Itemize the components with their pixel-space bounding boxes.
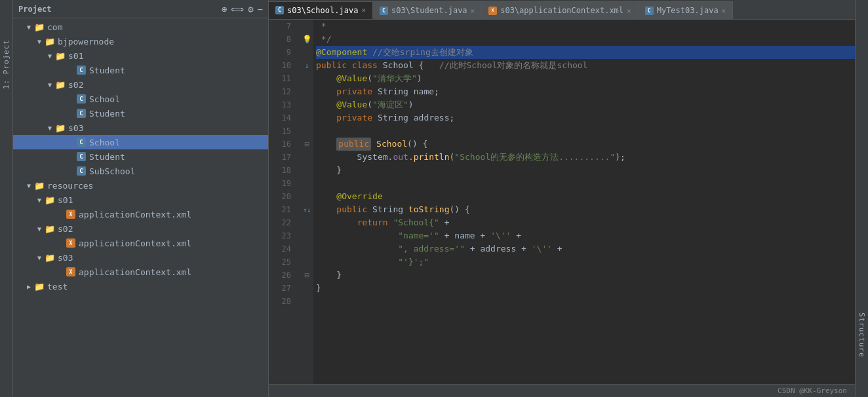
code-text [316, 255, 398, 269]
code-line-7: * [316, 20, 855, 33]
code-text [316, 295, 321, 308]
gutter-26[interactable]: ⊟ [300, 269, 313, 282]
tree-item-s03-school[interactable]: C School [13, 135, 268, 149]
tree-item-test[interactable]: ▶ 📁 test [13, 279, 268, 293]
code-editor: 7 8 9 10 11 12 13 14 15 16 17 18 19 20 2… [269, 20, 855, 384]
tab-close-icon[interactable]: ✕ [627, 7, 631, 15]
tree-item-s02-student[interactable]: C Student [13, 106, 268, 121]
tab-appctx-xml[interactable]: X s03\applicationContext.xml ✕ [482, 1, 638, 19]
line-num-22: 22 [269, 216, 295, 229]
structure-tab[interactable]: Structure [855, 0, 868, 397]
code-line-9: @Component //交给srping去创建对象 [316, 46, 855, 59]
gutter-16[interactable]: ⊟ [300, 138, 313, 151]
code-method: toString [408, 203, 450, 216]
gutter-14 [300, 111, 313, 124]
tab-close-icon[interactable]: ✕ [471, 7, 475, 15]
code-line-23: "name='" + name + '\'' + [316, 229, 855, 242]
gutter: 💡 ↓ ⊟ ↑↓ ⊟ [300, 20, 313, 384]
tab-student-java[interactable]: C s03\Student.java ✕ [373, 1, 482, 19]
code-line-10: public class School { //此时School对象的名称就是s… [316, 59, 855, 72]
line-num-27: 27 [269, 282, 295, 295]
code-text [371, 138, 376, 151]
tree-label: resources [47, 181, 93, 191]
tree-item-res-s01-app[interactable]: X applicationContext.xml [13, 207, 268, 221]
code-line-21: public String toString () { [316, 203, 855, 216]
gutter-21[interactable]: ↑↓ [300, 203, 313, 216]
tree-item-res-s03[interactable]: ▼ 📁 s03 [13, 250, 268, 265]
tree-item-s03-subschool[interactable]: C SubSchool [13, 164, 268, 178]
settings-icon[interactable]: ⚙ [248, 4, 253, 14]
code-field: out [393, 151, 408, 164]
java-tab-icon: C [380, 7, 388, 15]
code-text [316, 216, 357, 229]
code-text: + [439, 216, 450, 229]
arrow-icon: ▼ [45, 124, 55, 132]
sidebar-title: Project [18, 5, 52, 14]
code-line-15 [316, 124, 855, 138]
code-line-12: private String name; [316, 85, 855, 98]
tab-close-icon[interactable]: ✕ [361, 6, 366, 14]
tab-school-java[interactable]: C s03\School.java ✕ [269, 1, 373, 19]
code-text: School { [378, 59, 439, 72]
folder-icon: 📁 [45, 223, 55, 234]
tree-item-s01[interactable]: ▼ 📁 s01 [13, 48, 268, 63]
code-text: String address; [372, 111, 454, 124]
code-string: '\'' [490, 229, 511, 242]
code-text: ( [367, 72, 372, 85]
tree-item-res-s02[interactable]: ▼ 📁 s02 [13, 221, 268, 236]
tree-item-com[interactable]: ▼ 📁 com [13, 20, 268, 34]
code-text: ) [408, 98, 414, 111]
sidebar-toolbar: ⊕ ⟺ ⚙ − [222, 4, 263, 14]
project-tab[interactable]: 1: Project [0, 0, 13, 397]
tab-mytest-java[interactable]: C MyTest03.java ✕ [639, 1, 734, 19]
tree-item-s02[interactable]: ▼ 📁 s02 [13, 77, 268, 92]
gutter-20 [300, 190, 313, 203]
minimize-icon[interactable]: − [258, 4, 263, 14]
line-num-7: 7 [269, 20, 295, 33]
folder-icon: 📁 [45, 195, 55, 205]
arrow-icon: ▼ [34, 225, 45, 233]
code-method: School [376, 138, 407, 151]
tree-item-res-s01[interactable]: ▼ 📁 s01 [13, 193, 268, 207]
tree-label: Student [89, 152, 125, 162]
xml-tab-icon: X [488, 7, 497, 15]
tab-label: s03\School.java [287, 6, 358, 15]
tab-close-icon[interactable]: ✕ [722, 7, 726, 15]
tree-label: s01 [58, 195, 73, 205]
structure-tab-label: Structure [858, 312, 866, 358]
code-comment: //此时School对象的名称就是school [439, 59, 588, 72]
collapse-icon[interactable]: ⟺ [231, 4, 244, 14]
gutter-10[interactable]: ↓ [300, 59, 313, 72]
tree-label: applicationContext.xml [79, 267, 191, 277]
tree-item-s03-student[interactable]: C Student [13, 149, 268, 164]
tree-item-res-s03-app[interactable]: X applicationContext.xml [13, 265, 268, 279]
add-content-icon[interactable]: ⊕ [222, 4, 227, 14]
code-text [316, 124, 321, 138]
tree-item-s02-school[interactable]: C School [13, 92, 268, 106]
code-keyword: public [316, 59, 347, 72]
code-content[interactable]: * */ @Component //交给srping去创建对象 public c… [313, 20, 855, 384]
tree-item-s03[interactable]: ▼ 📁 s03 [13, 121, 268, 135]
gutter-8: 💡 [300, 33, 313, 46]
line-num-13: 13 [269, 98, 295, 111]
line-num-28: 28 [269, 295, 295, 308]
tree-item-res-s02-app[interactable]: X applicationContext.xml [13, 236, 268, 250]
code-text: } [316, 269, 342, 282]
code-keyword: private [336, 85, 372, 98]
tab-bar: C s03\School.java ✕ C s03\Student.java ✕… [269, 0, 855, 20]
line-num-11: 11 [269, 72, 295, 85]
code-text [316, 98, 336, 111]
tree-label: s03 [68, 123, 83, 133]
tree-label: SubSchool [89, 166, 135, 176]
tree-item-resources[interactable]: ▼ 📁 resources [13, 178, 268, 193]
code-string: "'}';" [398, 255, 429, 269]
code-text: * [316, 20, 326, 33]
tree-item-s01-student[interactable]: C Student [13, 63, 268, 77]
tree-item-bjpowernode[interactable]: ▼ 📁 bjpowernode [13, 34, 268, 48]
code-method: println [414, 151, 450, 164]
line-num-10: 10 [269, 59, 295, 72]
code-keyword: public [336, 203, 367, 216]
credit-text: CSDN @KK-Greyson [778, 387, 847, 395]
code-line-20: @Override [316, 190, 855, 203]
xml-file-icon: X [66, 238, 76, 248]
